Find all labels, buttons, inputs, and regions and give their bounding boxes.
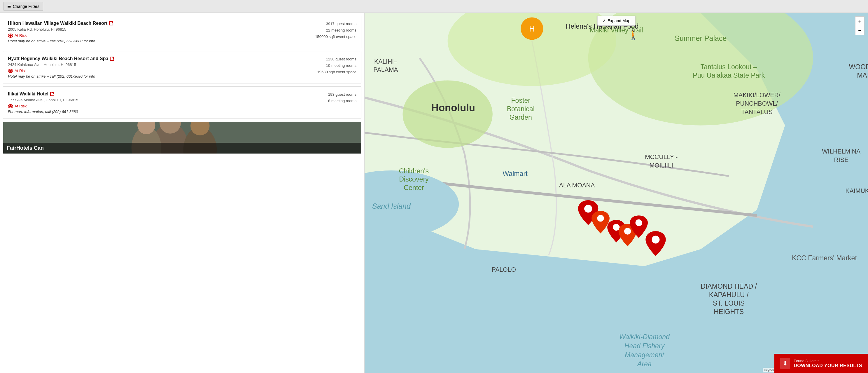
svg-point-62	[584, 205, 592, 212]
hotel-info-1: Hilton Hawaiian Village Waikiki Beach Re…	[8, 21, 310, 43]
image-card-overlay: FairHotels Can	[3, 143, 361, 153]
at-risk-1: At Risk	[8, 33, 310, 38]
hotel-address-2: 2424 Kalakaua Ave., Honolulu, HI 96815	[8, 62, 310, 67]
svg-text:DIAMOND HEAD /: DIAMOND HEAD /	[701, 283, 757, 290]
zoom-out-button[interactable]: −	[855, 26, 865, 35]
strike-notice-3: For more information, call (202) 661-368…	[8, 110, 310, 114]
svg-text:WILHELMINA: WILHELMINA	[822, 148, 861, 155]
svg-text:PALOLO: PALOLO	[492, 266, 516, 273]
map-panel: 92 Sand Island Honolulu KALIHI KAI KALIH…	[365, 13, 868, 373]
change-filters-button[interactable]: ☰ Change Filters	[3, 2, 43, 11]
svg-text:Discovery: Discovery	[399, 175, 429, 183]
map-background: 92 Sand Island Honolulu KALIHI KAI KALIH…	[365, 13, 868, 373]
svg-point-14	[403, 80, 493, 148]
svg-text:Garden: Garden	[509, 114, 532, 121]
svg-text:Honolulu: Honolulu	[431, 102, 475, 113]
svg-text:Center: Center	[404, 184, 424, 192]
svg-text:KCC Farmers' Market: KCC Farmers' Market	[792, 254, 857, 262]
svg-text:Foster: Foster	[511, 96, 530, 104]
zoom-in-button[interactable]: +	[855, 16, 865, 26]
svg-text:Area: Area	[637, 360, 652, 368]
hotel-header-1: Hilton Hawaiian Village Waikiki Beach Re…	[8, 21, 310, 26]
svg-text:Puu Uaiakaa State Park: Puu Uaiakaa State Park	[693, 71, 765, 79]
external-link-icon-1[interactable]	[109, 21, 113, 25]
hotel-header-3: Ilikai Waikiki Hotel	[8, 91, 310, 96]
svg-text:KALIHI–: KALIHI–	[374, 58, 397, 65]
hotel-header-2: Hyatt Regency Waikiki Beach Resort and S…	[8, 56, 310, 61]
hotel-info-3: Ilikai Waikiki Hotel 1777 Ala Moana Ave.…	[8, 91, 310, 114]
hotel-name-1: Hilton Hawaiian Village Waikiki Beach Re…	[8, 21, 113, 26]
expand-map-label: Expand Map	[608, 19, 630, 23]
zoom-out-label: −	[858, 27, 862, 33]
download-results-bar[interactable]: ⬇ Found 8 Hotels DOWNLOAD YOUR RESULTS	[774, 354, 868, 373]
hotel-stats-2: 1230 guest rooms 10 meeting rooms 19530 …	[310, 56, 356, 79]
hotel-card-2: Hyatt Regency Waikiki Beach Resort and S…	[3, 51, 361, 84]
svg-point-65	[624, 228, 631, 235]
svg-text:MANOA: MANOA	[857, 71, 868, 79]
svg-text:Children's: Children's	[399, 167, 429, 175]
zoom-in-label: +	[858, 19, 862, 24]
svg-text:🚶: 🚶	[628, 30, 639, 40]
svg-point-63	[597, 215, 604, 222]
main-content: Hilton Hawaiian Village Waikiki Beach Re…	[0, 13, 868, 373]
expand-icon: ⤢	[602, 19, 606, 23]
top-bar: ☰ Change Filters	[0, 0, 868, 13]
download-icon: ⬇	[780, 358, 790, 369]
svg-text:Botanical: Botanical	[507, 105, 535, 113]
svg-text:PUNCHBOWL/: PUNCHBOWL/	[736, 100, 778, 107]
svg-point-67	[652, 236, 659, 244]
found-hotels-label: Found 8 Hotels	[794, 359, 862, 363]
at-risk-icon-3	[8, 104, 13, 108]
at-risk-2: At Risk	[8, 68, 310, 73]
svg-text:RISE: RISE	[834, 156, 848, 163]
at-risk-icon-2	[8, 69, 13, 73]
hotel-address-3: 1777 Ala Moana Ave., Honolulu, HI 96815	[8, 98, 310, 102]
image-card: FairHotels Can	[3, 122, 361, 154]
expand-map-button[interactable]: ⤢ Expand Map	[597, 16, 636, 26]
map-zoom-controls: + −	[855, 16, 865, 35]
strike-notice-1: Hotel may be on strike – call (202) 661-…	[8, 39, 310, 43]
svg-text:KAPAHULU /: KAPAHULU /	[709, 291, 749, 298]
svg-text:WOODLAWN: WOODLAWN	[849, 63, 868, 70]
hotel-name-2: Hyatt Regency Waikiki Beach Resort and S…	[8, 56, 114, 61]
svg-text:ALA MOANA: ALA MOANA	[559, 182, 595, 189]
at-risk-3: At Risk	[8, 104, 310, 108]
hotel-stats-3: 193 guest rooms 8 meeting rooms	[310, 91, 356, 114]
hotel-card-3: Ilikai Waikiki Hotel 1777 Ala Moana Ave.…	[3, 86, 361, 119]
svg-text:KAIMUKI: KAIMUKI	[845, 188, 868, 194]
svg-text:MOILIILI: MOILIILI	[650, 162, 673, 169]
external-link-icon-3[interactable]	[50, 92, 54, 96]
svg-text:TANTALUS: TANTALUS	[741, 109, 773, 115]
at-risk-icon-1	[8, 34, 13, 38]
download-cta-label: DOWNLOAD YOUR RESULTS	[794, 363, 862, 368]
svg-text:PALAMA: PALAMA	[373, 66, 398, 73]
strike-notice-2: Hotel may be on strike – call (202) 661-…	[8, 74, 310, 79]
external-link-icon-2[interactable]	[110, 57, 114, 61]
hotel-stats-1: 3917 guest rooms 22 meeting rooms 150000…	[310, 21, 356, 43]
svg-text:Tantalus Lookout –: Tantalus Lookout –	[701, 63, 757, 70]
hotel-name-3: Ilikai Waikiki Hotel	[8, 91, 54, 96]
svg-text:MAKIKI/LOWER/: MAKIKI/LOWER/	[733, 92, 780, 98]
change-filters-label: Change Filters	[13, 4, 39, 9]
svg-text:Head Fishery: Head Fishery	[624, 342, 665, 350]
svg-point-64	[613, 224, 620, 231]
svg-point-66	[636, 220, 642, 226]
svg-text:MCCULLY -: MCCULLY -	[645, 153, 678, 160]
left-panel: Hilton Hawaiian Village Waikiki Beach Re…	[0, 13, 365, 373]
svg-text:Management: Management	[625, 351, 665, 359]
hotel-card-1: Hilton Hawaiian Village Waikiki Beach Re…	[3, 16, 361, 48]
svg-text:HEIGHTS: HEIGHTS	[714, 308, 744, 316]
svg-text:Sand Island: Sand Island	[372, 202, 411, 210]
svg-text:Walmart: Walmart	[502, 170, 528, 177]
svg-text:H: H	[529, 25, 535, 33]
download-text: Found 8 Hotels DOWNLOAD YOUR RESULTS	[794, 359, 862, 368]
svg-text:Summer Palace: Summer Palace	[675, 34, 726, 42]
hotel-info-2: Hyatt Regency Waikiki Beach Resort and S…	[8, 56, 310, 79]
svg-text:Waikiki-Diamond: Waikiki-Diamond	[619, 333, 670, 341]
filter-icon: ☰	[7, 4, 11, 9]
svg-text:ST. LOUIS: ST. LOUIS	[713, 299, 745, 307]
hotel-address-1: 2005 Kalia Rd, Honolulu, HI 96815	[8, 27, 310, 31]
